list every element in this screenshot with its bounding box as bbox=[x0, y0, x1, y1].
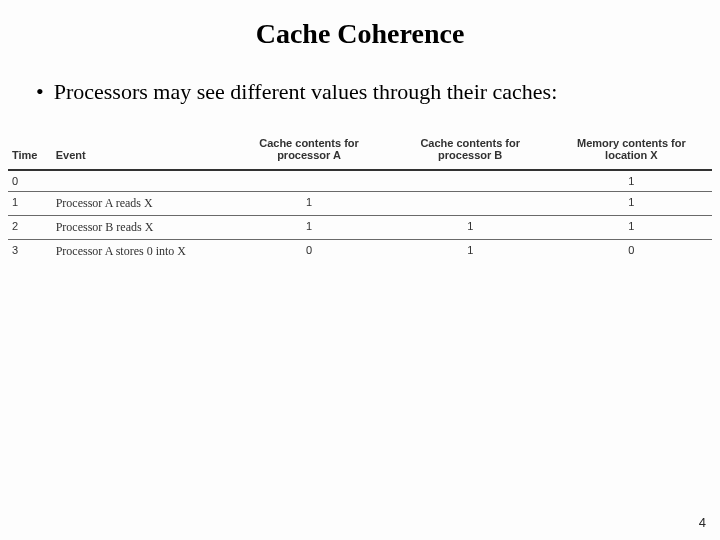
cell-cache-a: 1 bbox=[228, 215, 389, 239]
cell-event bbox=[52, 170, 229, 192]
slide-title: Cache Coherence bbox=[0, 0, 720, 78]
bullet-item: • Processors may see different values th… bbox=[36, 78, 680, 107]
cell-cache-b bbox=[390, 191, 551, 215]
cell-memory: 1 bbox=[551, 191, 712, 215]
cell-cache-b bbox=[390, 170, 551, 192]
table-row: 3 Processor A stores 0 into X 0 1 0 bbox=[8, 239, 712, 263]
col-time: Time bbox=[8, 131, 52, 170]
cell-event: Processor A stores 0 into X bbox=[52, 239, 229, 263]
cell-cache-a: 1 bbox=[228, 191, 389, 215]
col-memory: Memory contents for location X bbox=[551, 131, 712, 170]
cell-time: 2 bbox=[8, 215, 52, 239]
cell-memory: 1 bbox=[551, 170, 712, 192]
bullet-marker: • bbox=[36, 78, 54, 107]
table-row: 2 Processor B reads X 1 1 1 bbox=[8, 215, 712, 239]
col-event: Event bbox=[52, 131, 229, 170]
cell-time: 0 bbox=[8, 170, 52, 192]
table-row: 0 1 bbox=[8, 170, 712, 192]
cell-memory: 0 bbox=[551, 239, 712, 263]
col-cache-b: Cache contents for processor B bbox=[390, 131, 551, 170]
cell-event: Processor B reads X bbox=[52, 215, 229, 239]
bullet-list: • Processors may see different values th… bbox=[0, 78, 720, 107]
cell-time: 1 bbox=[8, 191, 52, 215]
table-row: 1 Processor A reads X 1 1 bbox=[8, 191, 712, 215]
col-cache-a: Cache contents for processor A bbox=[228, 131, 389, 170]
cell-time: 3 bbox=[8, 239, 52, 263]
bullet-text: Processors may see different values thro… bbox=[54, 78, 558, 107]
cell-cache-a: 0 bbox=[228, 239, 389, 263]
coherence-table: Time Event Cache contents for processor … bbox=[0, 131, 720, 263]
cell-cache-a bbox=[228, 170, 389, 192]
cell-event: Processor A reads X bbox=[52, 191, 229, 215]
cell-cache-b: 1 bbox=[390, 215, 551, 239]
cell-cache-b: 1 bbox=[390, 239, 551, 263]
cell-memory: 1 bbox=[551, 215, 712, 239]
page-number: 4 bbox=[699, 515, 706, 530]
table-header-row: Time Event Cache contents for processor … bbox=[8, 131, 712, 170]
